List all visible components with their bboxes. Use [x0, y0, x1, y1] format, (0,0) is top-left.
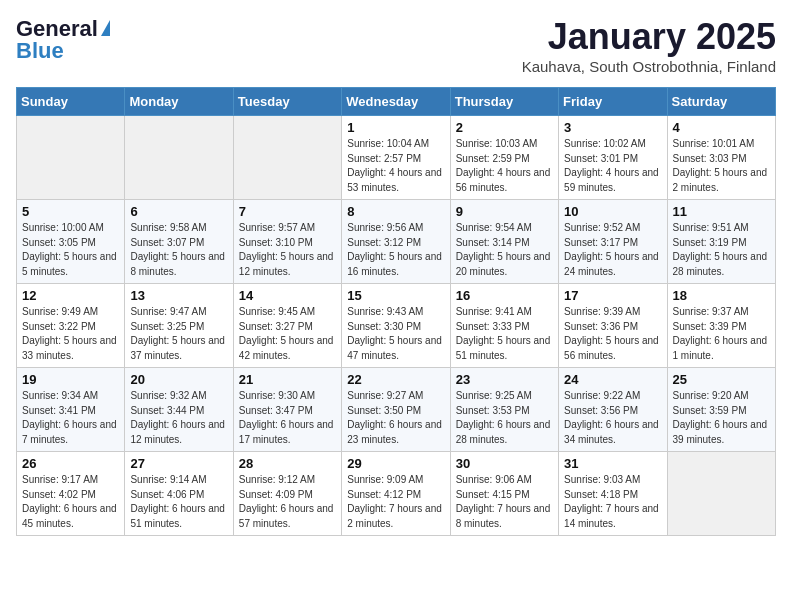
day-info: Sunrise: 9:51 AM Sunset: 3:19 PM Dayligh… — [673, 221, 770, 279]
location-text: Kauhava, South Ostrobothnia, Finland — [522, 58, 776, 75]
day-number: 15 — [347, 288, 444, 303]
calendar-week-row: 5Sunrise: 10:00 AM Sunset: 3:05 PM Dayli… — [17, 200, 776, 284]
calendar-cell: 26Sunrise: 9:17 AM Sunset: 4:02 PM Dayli… — [17, 452, 125, 536]
day-number: 17 — [564, 288, 661, 303]
calendar-header-row: SundayMondayTuesdayWednesdayThursdayFrid… — [17, 88, 776, 116]
calendar-cell: 20Sunrise: 9:32 AM Sunset: 3:44 PM Dayli… — [125, 368, 233, 452]
calendar-cell — [233, 116, 341, 200]
day-number: 7 — [239, 204, 336, 219]
calendar-header-sunday: Sunday — [17, 88, 125, 116]
day-info: Sunrise: 9:20 AM Sunset: 3:59 PM Dayligh… — [673, 389, 770, 447]
day-number: 20 — [130, 372, 227, 387]
day-info: Sunrise: 9:39 AM Sunset: 3:36 PM Dayligh… — [564, 305, 661, 363]
day-number: 10 — [564, 204, 661, 219]
day-number: 12 — [22, 288, 119, 303]
day-info: Sunrise: 10:03 AM Sunset: 2:59 PM Daylig… — [456, 137, 553, 195]
day-info: Sunrise: 9:34 AM Sunset: 3:41 PM Dayligh… — [22, 389, 119, 447]
calendar-cell: 24Sunrise: 9:22 AM Sunset: 3:56 PM Dayli… — [559, 368, 667, 452]
calendar-header-thursday: Thursday — [450, 88, 558, 116]
day-info: Sunrise: 9:12 AM Sunset: 4:09 PM Dayligh… — [239, 473, 336, 531]
day-number: 30 — [456, 456, 553, 471]
day-number: 18 — [673, 288, 770, 303]
day-number: 14 — [239, 288, 336, 303]
day-info: Sunrise: 9:17 AM Sunset: 4:02 PM Dayligh… — [22, 473, 119, 531]
day-info: Sunrise: 9:03 AM Sunset: 4:18 PM Dayligh… — [564, 473, 661, 531]
calendar-cell: 3Sunrise: 10:02 AM Sunset: 3:01 PM Dayli… — [559, 116, 667, 200]
calendar-cell: 9Sunrise: 9:54 AM Sunset: 3:14 PM Daylig… — [450, 200, 558, 284]
calendar-cell — [667, 452, 775, 536]
calendar-cell: 25Sunrise: 9:20 AM Sunset: 3:59 PM Dayli… — [667, 368, 775, 452]
calendar-cell — [17, 116, 125, 200]
calendar-cell: 14Sunrise: 9:45 AM Sunset: 3:27 PM Dayli… — [233, 284, 341, 368]
calendar-cell: 23Sunrise: 9:25 AM Sunset: 3:53 PM Dayli… — [450, 368, 558, 452]
day-number: 5 — [22, 204, 119, 219]
day-number: 9 — [456, 204, 553, 219]
day-number: 6 — [130, 204, 227, 219]
calendar-cell — [125, 116, 233, 200]
day-info: Sunrise: 9:27 AM Sunset: 3:50 PM Dayligh… — [347, 389, 444, 447]
day-number: 4 — [673, 120, 770, 135]
calendar-cell: 2Sunrise: 10:03 AM Sunset: 2:59 PM Dayli… — [450, 116, 558, 200]
calendar-header-monday: Monday — [125, 88, 233, 116]
day-info: Sunrise: 9:56 AM Sunset: 3:12 PM Dayligh… — [347, 221, 444, 279]
day-number: 8 — [347, 204, 444, 219]
calendar-cell: 8Sunrise: 9:56 AM Sunset: 3:12 PM Daylig… — [342, 200, 450, 284]
day-info: Sunrise: 10:00 AM Sunset: 3:05 PM Daylig… — [22, 221, 119, 279]
day-info: Sunrise: 9:30 AM Sunset: 3:47 PM Dayligh… — [239, 389, 336, 447]
calendar-cell: 27Sunrise: 9:14 AM Sunset: 4:06 PM Dayli… — [125, 452, 233, 536]
logo-blue-text: Blue — [16, 38, 64, 64]
day-number: 11 — [673, 204, 770, 219]
day-info: Sunrise: 10:02 AM Sunset: 3:01 PM Daylig… — [564, 137, 661, 195]
day-number: 31 — [564, 456, 661, 471]
calendar-cell: 19Sunrise: 9:34 AM Sunset: 3:41 PM Dayli… — [17, 368, 125, 452]
logo: General Blue — [16, 16, 110, 64]
day-info: Sunrise: 9:54 AM Sunset: 3:14 PM Dayligh… — [456, 221, 553, 279]
calendar-cell: 1Sunrise: 10:04 AM Sunset: 2:57 PM Dayli… — [342, 116, 450, 200]
day-info: Sunrise: 9:41 AM Sunset: 3:33 PM Dayligh… — [456, 305, 553, 363]
day-info: Sunrise: 9:32 AM Sunset: 3:44 PM Dayligh… — [130, 389, 227, 447]
day-info: Sunrise: 9:22 AM Sunset: 3:56 PM Dayligh… — [564, 389, 661, 447]
day-info: Sunrise: 9:52 AM Sunset: 3:17 PM Dayligh… — [564, 221, 661, 279]
calendar-header-saturday: Saturday — [667, 88, 775, 116]
day-info: Sunrise: 9:14 AM Sunset: 4:06 PM Dayligh… — [130, 473, 227, 531]
calendar-cell: 10Sunrise: 9:52 AM Sunset: 3:17 PM Dayli… — [559, 200, 667, 284]
calendar-cell: 21Sunrise: 9:30 AM Sunset: 3:47 PM Dayli… — [233, 368, 341, 452]
calendar-week-row: 26Sunrise: 9:17 AM Sunset: 4:02 PM Dayli… — [17, 452, 776, 536]
day-number: 22 — [347, 372, 444, 387]
day-info: Sunrise: 9:47 AM Sunset: 3:25 PM Dayligh… — [130, 305, 227, 363]
calendar-cell: 13Sunrise: 9:47 AM Sunset: 3:25 PM Dayli… — [125, 284, 233, 368]
day-info: Sunrise: 9:25 AM Sunset: 3:53 PM Dayligh… — [456, 389, 553, 447]
day-info: Sunrise: 9:57 AM Sunset: 3:10 PM Dayligh… — [239, 221, 336, 279]
calendar-cell: 17Sunrise: 9:39 AM Sunset: 3:36 PM Dayli… — [559, 284, 667, 368]
day-number: 29 — [347, 456, 444, 471]
calendar-cell: 30Sunrise: 9:06 AM Sunset: 4:15 PM Dayli… — [450, 452, 558, 536]
calendar-cell: 28Sunrise: 9:12 AM Sunset: 4:09 PM Dayli… — [233, 452, 341, 536]
day-number: 19 — [22, 372, 119, 387]
day-info: Sunrise: 10:01 AM Sunset: 3:03 PM Daylig… — [673, 137, 770, 195]
day-info: Sunrise: 9:37 AM Sunset: 3:39 PM Dayligh… — [673, 305, 770, 363]
day-number: 16 — [456, 288, 553, 303]
day-number: 24 — [564, 372, 661, 387]
calendar-week-row: 19Sunrise: 9:34 AM Sunset: 3:41 PM Dayli… — [17, 368, 776, 452]
day-number: 26 — [22, 456, 119, 471]
day-number: 13 — [130, 288, 227, 303]
day-number: 28 — [239, 456, 336, 471]
day-number: 27 — [130, 456, 227, 471]
day-info: Sunrise: 9:09 AM Sunset: 4:12 PM Dayligh… — [347, 473, 444, 531]
day-number: 3 — [564, 120, 661, 135]
calendar-cell: 16Sunrise: 9:41 AM Sunset: 3:33 PM Dayli… — [450, 284, 558, 368]
day-info: Sunrise: 10:04 AM Sunset: 2:57 PM Daylig… — [347, 137, 444, 195]
day-number: 1 — [347, 120, 444, 135]
day-info: Sunrise: 9:58 AM Sunset: 3:07 PM Dayligh… — [130, 221, 227, 279]
day-info: Sunrise: 9:49 AM Sunset: 3:22 PM Dayligh… — [22, 305, 119, 363]
day-info: Sunrise: 9:06 AM Sunset: 4:15 PM Dayligh… — [456, 473, 553, 531]
calendar-cell: 31Sunrise: 9:03 AM Sunset: 4:18 PM Dayli… — [559, 452, 667, 536]
calendar-header-wednesday: Wednesday — [342, 88, 450, 116]
calendar-cell: 6Sunrise: 9:58 AM Sunset: 3:07 PM Daylig… — [125, 200, 233, 284]
day-number: 25 — [673, 372, 770, 387]
logo-triangle-icon — [101, 20, 110, 36]
calendar-cell: 22Sunrise: 9:27 AM Sunset: 3:50 PM Dayli… — [342, 368, 450, 452]
day-number: 21 — [239, 372, 336, 387]
day-info: Sunrise: 9:43 AM Sunset: 3:30 PM Dayligh… — [347, 305, 444, 363]
calendar-cell: 29Sunrise: 9:09 AM Sunset: 4:12 PM Dayli… — [342, 452, 450, 536]
